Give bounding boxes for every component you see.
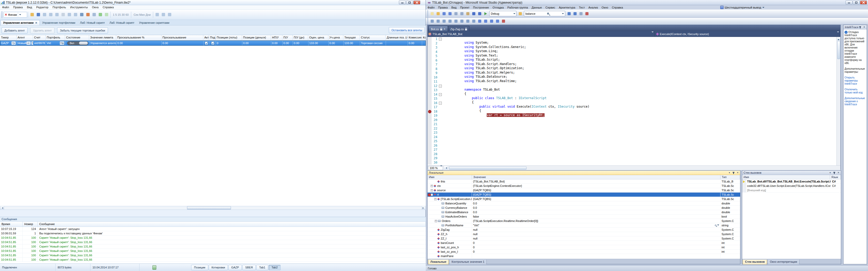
document-tab[interactable]: Лаб: Новый скрипт ✕ [107, 21, 137, 25]
workspace-tab[interactable]: GAZP [228, 265, 242, 270]
menu-item[interactable]: Файл [426, 6, 436, 9]
open-file-icon[interactable] [435, 11, 441, 16]
indent-decrease-icon[interactable] [459, 19, 464, 24]
breakpoint-margin[interactable] [428, 101, 432, 105]
menu-item[interactable]: Построение [471, 6, 491, 9]
breakpoint-margin[interactable] [428, 37, 432, 41]
delete-icon[interactable] [60, 12, 66, 18]
column-header[interactable]: Счет [33, 35, 46, 40]
column-header[interactable]: Значение лимита [89, 35, 116, 40]
menu-item[interactable]: Отладка [491, 6, 505, 9]
members-combo[interactable]: Execute(IContext ctx, ISecurity source) [655, 31, 840, 37]
agent-row[interactable]: GAZP Гр Новый АгТн [0, 40, 426, 46]
agent-enabled-toggle[interactable]: Вкл [67, 41, 88, 45]
intellitrace-link[interactable]: Отключить только мой код [844, 88, 866, 94]
column-header[interactable]: Статус [360, 35, 386, 40]
editor-vertical-scrollbar[interactable] [836, 37, 840, 165]
column-header-value[interactable]: Значение [472, 175, 720, 179]
workspace-tab[interactable]: Tab2 [269, 265, 281, 270]
pin-icon[interactable] [732, 171, 735, 174]
locals-row[interactable]: mainPane [428, 254, 740, 258]
workspace-tab[interactable]: Tab1 [256, 265, 268, 270]
agent-action-button[interactable]: Удалить агент [30, 27, 55, 34]
play2-icon[interactable] [103, 12, 109, 18]
column-header[interactable]: Длинные поз. (лоты) [386, 35, 408, 40]
provider-combo[interactable]: ✕ Финам [3, 12, 27, 18]
scroll-left-icon[interactable] [444, 166, 448, 170]
column-header-name[interactable]: Имя [742, 175, 830, 179]
message-row[interactable]: 10:04:51.85 100 Скрипт 'Новый скрипт': S… [0, 244, 426, 249]
toolbar-grip[interactable] [427, 10, 428, 17]
breakpoint-margin[interactable] [428, 84, 432, 88]
new-file-icon[interactable] [429, 11, 435, 16]
scrollbar-thumb[interactable] [187, 206, 231, 210]
breakpoint-margin[interactable] [428, 71, 432, 75]
close-icon[interactable]: ✕ [736, 171, 739, 174]
bookmark-folder-icon[interactable] [495, 19, 500, 24]
value-visualizer[interactable] [715, 224, 719, 227]
column-header[interactable]: Тикер [0, 35, 17, 40]
undo-icon[interactable] [66, 12, 72, 18]
chart-icon[interactable] [85, 12, 91, 18]
display-in-hierarchy-icon[interactable] [429, 19, 435, 24]
save-icon[interactable] [35, 12, 41, 18]
callstack-frame[interactable]: TSLab_Bot.dll!TSLab_Bot.TSLAB_Bot.Execut… [742, 179, 841, 184]
agent-checkbox[interactable] [211, 41, 214, 45]
workspace-tab[interactable]: SBER [242, 265, 256, 270]
document-tab[interactable]: Управление агентами ✕ [1, 20, 40, 25]
log-icon[interactable] [152, 265, 156, 270]
breakpoint-margin[interactable] [428, 152, 432, 157]
column-header[interactable]: Агент [17, 35, 33, 40]
breakpoint-margin[interactable] [428, 122, 432, 127]
scroll-left-icon[interactable] [0, 206, 4, 210]
workspace-tab[interactable]: Позиции [191, 265, 208, 270]
expander-icon[interactable] [435, 220, 437, 222]
menu-item[interactable]: Проект [458, 6, 471, 9]
column-header[interactable]: Позиции (деньги) [242, 35, 271, 40]
tool-window-tab[interactable]: Окно интерпретации [768, 260, 799, 264]
menu-item[interactable]: Вид [25, 5, 34, 9]
comment-icon[interactable] [465, 19, 470, 24]
intellitrace-link[interactable]: Дополнительные сведения о IntelliTrace [844, 97, 866, 106]
agent-action-button[interactable]: Забыть текущие торговые ошибки [57, 27, 108, 34]
workspace-tab[interactable]: Котировки [209, 265, 228, 270]
menu-item[interactable]: Окна [90, 5, 101, 9]
cut-icon[interactable] [48, 12, 54, 18]
column-header[interactable]: НП/У [271, 35, 282, 40]
navigate-forward-icon[interactable] [441, 19, 447, 24]
breakpoint-margin[interactable] [428, 109, 432, 114]
bookmark-prev-icon[interactable] [483, 19, 488, 24]
breakpoint-margin[interactable] [428, 143, 432, 148]
tool-window-tab[interactable]: Локальные [428, 260, 449, 264]
column-header[interactable]: П/У (дн) [293, 35, 308, 40]
breakpoint-margin[interactable] [428, 113, 432, 118]
cut-icon[interactable] [453, 11, 459, 16]
breakpoint-margin[interactable] [428, 105, 432, 109]
toolbar-grip[interactable] [1, 11, 3, 18]
chevron-down-icon[interactable] [18, 12, 22, 17]
menu-item[interactable]: Вид [450, 6, 458, 9]
properties-icon[interactable] [79, 12, 85, 18]
menu-item[interactable]: Правка [436, 6, 450, 9]
breakpoint-margin[interactable] [428, 88, 432, 92]
message-row[interactable]: 10:07:15.19 124 Агент 'Новый скрипт': за… [0, 227, 426, 231]
minimize-button[interactable] [399, 1, 406, 4]
redo-icon[interactable] [72, 12, 78, 18]
column-header[interactable]: Оцен. цена [308, 35, 328, 40]
word-wrap-icon[interactable] [447, 19, 453, 24]
breakpoint-margin[interactable] [428, 41, 432, 46]
expander-icon[interactable] [431, 189, 433, 192]
start-debug-icon[interactable] [483, 11, 488, 16]
message-row[interactable]: 10:04:51.85 100 Скрипт 'Новый скрипт': S… [0, 253, 426, 258]
locals-row[interactable]: last_zz_pos_l 0 int [428, 249, 740, 254]
zoom-combo[interactable]: 100 % [428, 166, 443, 170]
column-header[interactable]: Акт [203, 35, 209, 40]
breakpoint-margin[interactable] [428, 58, 432, 63]
bookmark-next-icon[interactable] [489, 19, 494, 24]
menu-item[interactable]: Портфель [51, 5, 68, 9]
column-header-message[interactable]: Сообщение [38, 222, 426, 227]
close-icon[interactable]: ✕ [837, 171, 840, 174]
window-menu-icon[interactable]: ▾ [829, 171, 832, 174]
save-icon[interactable] [441, 11, 447, 16]
redo-icon[interactable] [477, 11, 482, 16]
